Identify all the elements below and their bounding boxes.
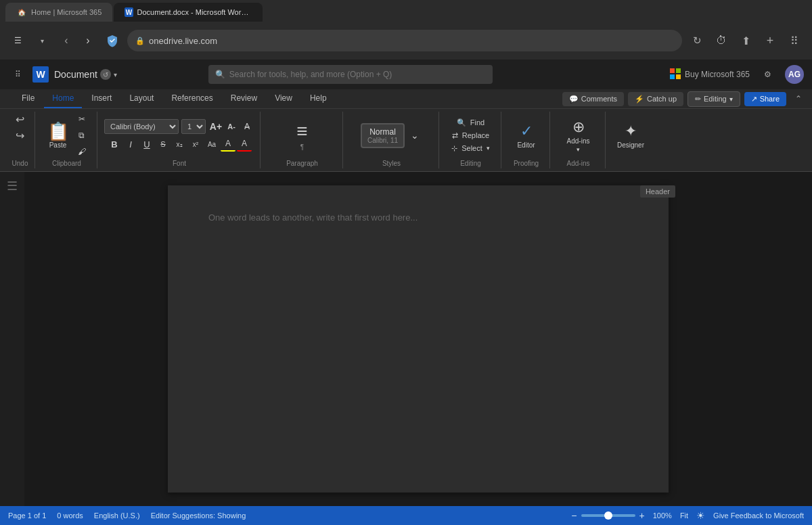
microsoft-logo-icon bbox=[670, 68, 681, 81]
find-btn[interactable]: 🔍 Find bbox=[454, 117, 487, 129]
zoom-controls: − + bbox=[571, 510, 644, 521]
catch-up-label: Catch up bbox=[647, 95, 677, 103]
zoom-slider-thumb bbox=[604, 511, 612, 520]
tab-references[interactable]: References bbox=[163, 89, 221, 108]
undo-group-label: Undo bbox=[12, 160, 28, 167]
font-row2: B I U S x₂ x² Aa A A bbox=[107, 137, 252, 152]
copy-btn[interactable]: ⧉ bbox=[74, 128, 89, 143]
select-btn[interactable]: ⊹ Select ▾ bbox=[449, 143, 493, 154]
doc-area: ☰ Header One word leads to another, writ… bbox=[0, 172, 812, 506]
tab-doc-label: Document.docx - Microsoft Word Online bbox=[137, 8, 252, 16]
feedback-label[interactable]: Give Feedback to Microsoft bbox=[713, 511, 804, 520]
share-btn[interactable]: ↗ Share bbox=[744, 92, 786, 106]
browser-actions: ⏱ ⬆ + ⠿ bbox=[712, 31, 804, 50]
font-group: Calibri (Body) 11 A+ A- A̶ B I bbox=[99, 112, 261, 168]
editing-mode-label: Editing bbox=[704, 95, 727, 103]
clear-format-btn[interactable]: A̶ bbox=[240, 119, 254, 134]
back-btn[interactable]: ‹ bbox=[57, 31, 76, 50]
bold-btn[interactable]: B bbox=[107, 137, 122, 152]
add-tab-btn[interactable]: + bbox=[761, 31, 780, 50]
case-btn[interactable]: Aa bbox=[204, 137, 219, 152]
waffle-icon[interactable]: ⠿ bbox=[8, 65, 27, 84]
font-size-selector[interactable]: 11 bbox=[181, 119, 206, 134]
tab-doc[interactable]: W Document.docx - Microsoft Word Online bbox=[114, 3, 263, 22]
refresh-btn[interactable]: ↻ bbox=[687, 31, 706, 50]
find-icon: 🔍 bbox=[457, 118, 466, 127]
font-grow-btn[interactable]: A+ bbox=[208, 119, 223, 134]
header-search[interactable]: 🔍 Search for tools, help, and more (Opti… bbox=[208, 65, 493, 84]
subscript-btn[interactable]: x₂ bbox=[172, 137, 187, 152]
addins-btn[interactable]: ⊕ Add-ins ▾ bbox=[563, 116, 594, 156]
svg-rect-1 bbox=[676, 68, 681, 73]
addins-chevron-icon: ▾ bbox=[577, 146, 580, 153]
font-shrink-btn[interactable]: A- bbox=[224, 119, 239, 134]
font-color-btn[interactable]: A bbox=[237, 137, 252, 152]
svg-rect-3 bbox=[676, 74, 681, 79]
address-bar[interactable]: 🔒 onedrive.live.com bbox=[127, 30, 682, 51]
forward-btn[interactable]: › bbox=[78, 31, 97, 50]
comments-btn[interactable]: 💬 Comments bbox=[562, 92, 624, 106]
zoom-in-btn[interactable]: + bbox=[639, 510, 645, 521]
menu-btn[interactable]: ⠿ bbox=[785, 31, 804, 50]
doc-title[interactable]: Document ↺ ▾ bbox=[54, 69, 117, 80]
italic-btn[interactable]: I bbox=[123, 137, 138, 152]
expand-icon[interactable]: ▾ bbox=[32, 31, 51, 50]
user-avatar[interactable]: AG bbox=[785, 65, 804, 84]
paragraph-btn[interactable]: ≡ ¶ bbox=[294, 118, 310, 154]
styles-group: Normal Calibri, 11 ⌄ Styles bbox=[344, 112, 439, 168]
buy-label: Buy Microsoft 365 bbox=[685, 70, 750, 79]
tab-review[interactable]: Review bbox=[223, 89, 265, 108]
designer-group: ✦ Designer bbox=[607, 112, 654, 168]
doc-content[interactable]: One word leads to another, write that fi… bbox=[168, 185, 669, 456]
proofing-group: ✓ Editor Proofing bbox=[503, 112, 550, 168]
browser-chrome: 🏠 Home | Microsoft 365 W Document.docx -… bbox=[0, 0, 812, 60]
paragraph-group: ≡ ¶ Paragraph bbox=[262, 112, 343, 168]
ribbon-content: ↩ ↪ Undo 📋 Paste ✂ ⧉ 🖌 bbox=[0, 109, 812, 171]
sidebar-toggle-btn[interactable]: ☰ bbox=[8, 31, 27, 50]
zoom-slider[interactable] bbox=[581, 514, 635, 517]
share-browser-btn[interactable]: ⬆ bbox=[736, 31, 755, 50]
replace-label: Replace bbox=[462, 131, 489, 139]
designer-icon: ✦ bbox=[625, 122, 637, 140]
catch-up-btn[interactable]: ⚡ Catch up bbox=[628, 92, 683, 106]
normal-style-btn[interactable]: Normal Calibri, 11 bbox=[361, 123, 405, 148]
tab-insert[interactable]: Insert bbox=[83, 89, 120, 108]
redo-btn[interactable]: ↪ bbox=[13, 128, 28, 143]
highlight-btn[interactable]: A bbox=[221, 137, 235, 152]
format-painter-btn[interactable]: 🖌 bbox=[74, 144, 89, 159]
tab-view[interactable]: View bbox=[267, 89, 300, 108]
paste-btn[interactable]: 📋 Paste bbox=[45, 120, 72, 152]
tab-home[interactable]: Home bbox=[44, 89, 82, 108]
share-label: Share bbox=[760, 95, 780, 103]
font-group-label: Font bbox=[173, 160, 186, 167]
undo-btn[interactable]: ↩ bbox=[13, 112, 28, 127]
tab-file[interactable]: File bbox=[14, 89, 43, 108]
underline-btn[interactable]: U bbox=[139, 137, 154, 152]
editor-btn[interactable]: ✓ Editor bbox=[513, 120, 539, 152]
editing-group-label: Editing bbox=[460, 160, 481, 167]
font-row1: Calibri (Body) 11 A+ A- A̶ bbox=[104, 119, 254, 134]
editing-group: 🔍 Find ⇄ Replace ⊹ Select ▾ Editing bbox=[441, 112, 501, 168]
buy-microsoft-btn[interactable]: Buy Microsoft 365 bbox=[670, 68, 750, 81]
font-selector[interactable]: Calibri (Body) bbox=[104, 119, 179, 134]
designer-btn[interactable]: ✦ Designer bbox=[613, 120, 648, 152]
collapse-ribbon-btn[interactable]: ⌃ bbox=[790, 91, 807, 107]
search-icon: 🔍 bbox=[215, 70, 225, 79]
fit-btn[interactable]: Fit bbox=[680, 511, 688, 520]
addins-icon: ⊕ bbox=[572, 118, 585, 136]
tab-layout[interactable]: Layout bbox=[121, 89, 162, 108]
history-btn[interactable]: ⏱ bbox=[712, 31, 731, 50]
strikethrough-btn[interactable]: S bbox=[156, 137, 171, 152]
cut-btn[interactable]: ✂ bbox=[74, 112, 89, 127]
settings-btn[interactable]: ⚙ bbox=[758, 65, 777, 84]
lock-icon: 🔒 bbox=[135, 37, 145, 45]
replace-btn[interactable]: ⇄ Replace bbox=[449, 130, 492, 141]
styles-expand-btn[interactable]: ⌄ bbox=[407, 128, 422, 143]
tab-home-label: Home | Microsoft 365 bbox=[31, 8, 102, 16]
sidebar-collapse-btn[interactable]: ☰ bbox=[5, 179, 20, 193]
zoom-out-btn[interactable]: − bbox=[571, 510, 577, 521]
superscript-btn[interactable]: x² bbox=[188, 137, 203, 152]
tab-help[interactable]: Help bbox=[302, 89, 335, 108]
tab-home[interactable]: 🏠 Home | Microsoft 365 bbox=[5, 3, 112, 22]
editing-mode-btn[interactable]: ✏ Editing ▾ bbox=[687, 91, 740, 107]
